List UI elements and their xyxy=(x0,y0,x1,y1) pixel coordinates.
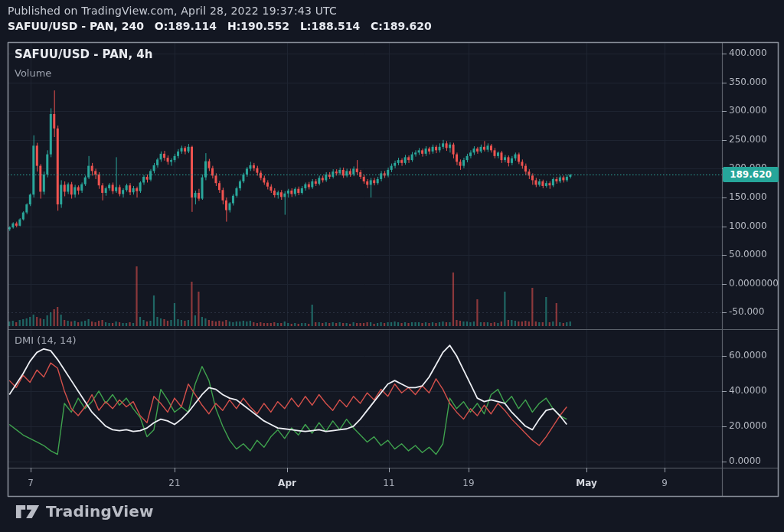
time-tick-label: 21 xyxy=(158,478,191,488)
time-tick-label: Apr xyxy=(270,478,304,488)
high-value: 190.552 xyxy=(240,20,289,32)
dmi-legend[interactable]: DMI (14, 14) xyxy=(15,335,77,346)
high-label: H: xyxy=(227,20,240,32)
open-value: 189.114 xyxy=(168,20,217,32)
price-tick-label: 50.0000 xyxy=(729,249,767,259)
open-label: O: xyxy=(155,20,168,32)
tradingview-logo-icon xyxy=(15,504,40,520)
published-line: Published on TradingView.com, April 28, … xyxy=(8,5,337,17)
dmi-tick-label: 0.0000 xyxy=(729,455,761,466)
time-tick-label: 9 xyxy=(648,478,681,488)
last-price-badge: 189.620 xyxy=(723,167,779,182)
low-label: L: xyxy=(300,20,312,32)
symbol-ohlc-line: SAFUU/USD - PAN, 240 O:189.114 H:190.552… xyxy=(8,20,432,32)
low-value: 188.514 xyxy=(311,20,360,32)
main-pane-legend[interactable]: SAFUU/USD - PAN, 4h xyxy=(15,47,152,61)
close-value: 189.620 xyxy=(383,20,432,32)
price-tick-label: -50.000 xyxy=(729,306,764,317)
price-tick-label: 350.000 xyxy=(729,77,767,87)
price-tick-label: 0.0000000 xyxy=(729,278,779,289)
price-tick-label: 250.000 xyxy=(729,134,767,145)
volume-legend[interactable]: Volume xyxy=(15,67,51,79)
time-tick-label: 19 xyxy=(452,478,485,488)
price-tick-label: 400.000 xyxy=(729,47,767,58)
dmi-tick-label: 20.0000 xyxy=(729,420,767,431)
time-tick-label: 11 xyxy=(372,478,406,488)
dmi-tick-label: 40.0000 xyxy=(729,385,767,396)
close-label: C: xyxy=(371,20,383,32)
tradingview-logo[interactable]: TradingView xyxy=(15,502,154,521)
dmi-tick-label: 60.0000 xyxy=(729,350,767,361)
time-tick-label: May xyxy=(570,478,603,488)
symbol-title: SAFUU/USD - PAN, 240 xyxy=(8,20,144,32)
chart-canvas[interactable] xyxy=(0,0,784,532)
tradingview-published-chart: Published on TradingView.com, April 28, … xyxy=(0,0,784,532)
price-tick-label: 100.000 xyxy=(729,220,767,231)
price-tick-label: 150.000 xyxy=(729,191,767,202)
price-tick-label: 300.000 xyxy=(729,105,767,116)
time-tick-label: 7 xyxy=(14,478,47,488)
tradingview-logo-text: TradingView xyxy=(46,502,154,521)
